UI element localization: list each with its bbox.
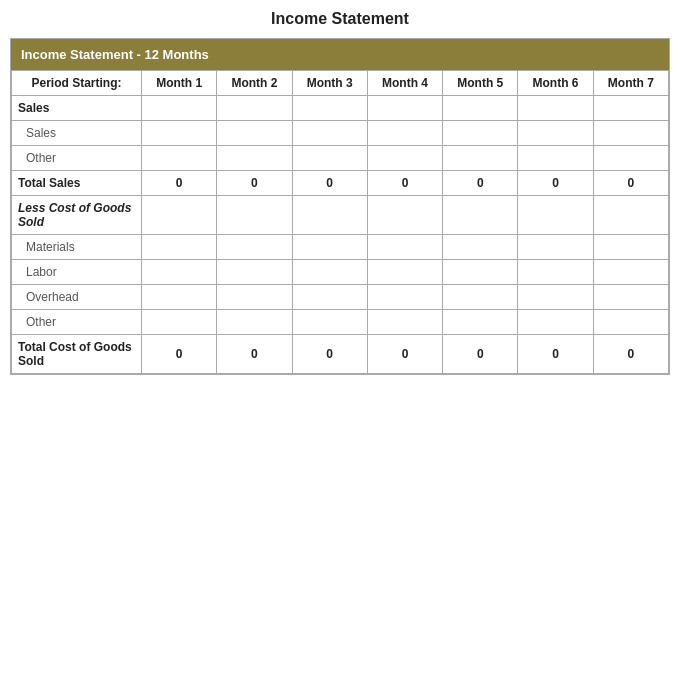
sales-header-val-3 bbox=[292, 96, 367, 121]
cogs-header-val-6 bbox=[518, 196, 593, 235]
total-cogs-row-val-4: 0 bbox=[367, 335, 442, 374]
total-cogs-row-val-7: 0 bbox=[593, 335, 668, 374]
col-month-5: Month 5 bbox=[443, 71, 518, 96]
materials-row-val-5 bbox=[443, 235, 518, 260]
other-sales-row-val-1 bbox=[142, 146, 217, 171]
labor-row-val-3 bbox=[292, 260, 367, 285]
cogs-header-val-1 bbox=[142, 196, 217, 235]
other-sales-row-val-4 bbox=[367, 146, 442, 171]
col-month-2: Month 2 bbox=[217, 71, 292, 96]
total-cogs-row-val-1: 0 bbox=[142, 335, 217, 374]
statement-header-label: Income Statement - 12 Months bbox=[21, 47, 209, 62]
col-month-6: Month 6 bbox=[518, 71, 593, 96]
other-cogs-row-val-4 bbox=[367, 310, 442, 335]
total-sales-row-val-1: 0 bbox=[142, 171, 217, 196]
other-cogs-row-val-6 bbox=[518, 310, 593, 335]
total-sales-row-val-2: 0 bbox=[217, 171, 292, 196]
materials-row-val-7 bbox=[593, 235, 668, 260]
materials-row-val-3 bbox=[292, 235, 367, 260]
other-cogs-row-val-3 bbox=[292, 310, 367, 335]
cogs-header-val-5 bbox=[443, 196, 518, 235]
overhead-row: Overhead bbox=[12, 285, 669, 310]
labor-row: Labor bbox=[12, 260, 669, 285]
total-cogs-row-val-5: 0 bbox=[443, 335, 518, 374]
other-cogs-row-val-7 bbox=[593, 310, 668, 335]
total-sales-row-val-4: 0 bbox=[367, 171, 442, 196]
overhead-row-val-3 bbox=[292, 285, 367, 310]
sales-row-val-1 bbox=[142, 121, 217, 146]
sales-header-val-5 bbox=[443, 96, 518, 121]
income-table: Period Starting: Month 1 Month 2 Month 3… bbox=[11, 70, 669, 374]
total-sales-row-val-3: 0 bbox=[292, 171, 367, 196]
sales-header-val-6 bbox=[518, 96, 593, 121]
other-cogs-row-val-2 bbox=[217, 310, 292, 335]
other-sales-row-val-6 bbox=[518, 146, 593, 171]
sales-header-val-1 bbox=[142, 96, 217, 121]
materials-row-val-6 bbox=[518, 235, 593, 260]
sales-row-val-6 bbox=[518, 121, 593, 146]
column-header-row: Period Starting: Month 1 Month 2 Month 3… bbox=[12, 71, 669, 96]
total-cogs-row-val-6: 0 bbox=[518, 335, 593, 374]
statement-header: Income Statement - 12 Months bbox=[11, 39, 669, 70]
labor-row-val-7 bbox=[593, 260, 668, 285]
cogs-header: Less Cost of Goods Sold bbox=[12, 196, 669, 235]
other-sales-row-val-5 bbox=[443, 146, 518, 171]
sales-row-val-7 bbox=[593, 121, 668, 146]
other-cogs-row-val-5 bbox=[443, 310, 518, 335]
period-label: Period Starting: bbox=[12, 71, 142, 96]
col-month-3: Month 3 bbox=[292, 71, 367, 96]
other-sales-row: Other bbox=[12, 146, 669, 171]
sales-row-val-2 bbox=[217, 121, 292, 146]
labor-row-val-5 bbox=[443, 260, 518, 285]
total-sales-row-val-5: 0 bbox=[443, 171, 518, 196]
sales-row-val-3 bbox=[292, 121, 367, 146]
sales-row: Sales bbox=[12, 121, 669, 146]
sales-header-val-4 bbox=[367, 96, 442, 121]
materials-row: Materials bbox=[12, 235, 669, 260]
sales-row-val-5 bbox=[443, 121, 518, 146]
total-sales-row-val-7: 0 bbox=[593, 171, 668, 196]
total-sales-row-val-6: 0 bbox=[518, 171, 593, 196]
col-month-1: Month 1 bbox=[142, 71, 217, 96]
total-sales-row: Total Sales0000000 bbox=[12, 171, 669, 196]
other-sales-row-val-7 bbox=[593, 146, 668, 171]
other-sales-row-val-3 bbox=[292, 146, 367, 171]
cogs-header-val-3 bbox=[292, 196, 367, 235]
overhead-row-val-2 bbox=[217, 285, 292, 310]
materials-row-val-2 bbox=[217, 235, 292, 260]
sales-header-val-2 bbox=[217, 96, 292, 121]
cogs-header-val-7 bbox=[593, 196, 668, 235]
labor-row-val-4 bbox=[367, 260, 442, 285]
total-cogs-row: Total Cost of Goods Sold0000000 bbox=[12, 335, 669, 374]
cogs-header-val-4 bbox=[367, 196, 442, 235]
other-cogs-row-val-1 bbox=[142, 310, 217, 335]
total-cogs-row-val-2: 0 bbox=[217, 335, 292, 374]
overhead-row-val-6 bbox=[518, 285, 593, 310]
page-title: Income Statement bbox=[10, 10, 670, 28]
labor-row-val-2 bbox=[217, 260, 292, 285]
other-sales-row-val-2 bbox=[217, 146, 292, 171]
income-statement-container: Income Statement - 12 Months Period Star… bbox=[10, 38, 670, 375]
sales-row-val-4 bbox=[367, 121, 442, 146]
col-month-7: Month 7 bbox=[593, 71, 668, 96]
labor-row-val-6 bbox=[518, 260, 593, 285]
overhead-row-val-5 bbox=[443, 285, 518, 310]
materials-row-val-1 bbox=[142, 235, 217, 260]
sales-header: Sales bbox=[12, 96, 669, 121]
sales-header-val-7 bbox=[593, 96, 668, 121]
cogs-header-val-2 bbox=[217, 196, 292, 235]
overhead-row-val-7 bbox=[593, 285, 668, 310]
other-cogs-row: Other bbox=[12, 310, 669, 335]
overhead-row-val-4 bbox=[367, 285, 442, 310]
materials-row-val-4 bbox=[367, 235, 442, 260]
labor-row-val-1 bbox=[142, 260, 217, 285]
total-cogs-row-val-3: 0 bbox=[292, 335, 367, 374]
overhead-row-val-1 bbox=[142, 285, 217, 310]
col-month-4: Month 4 bbox=[367, 71, 442, 96]
